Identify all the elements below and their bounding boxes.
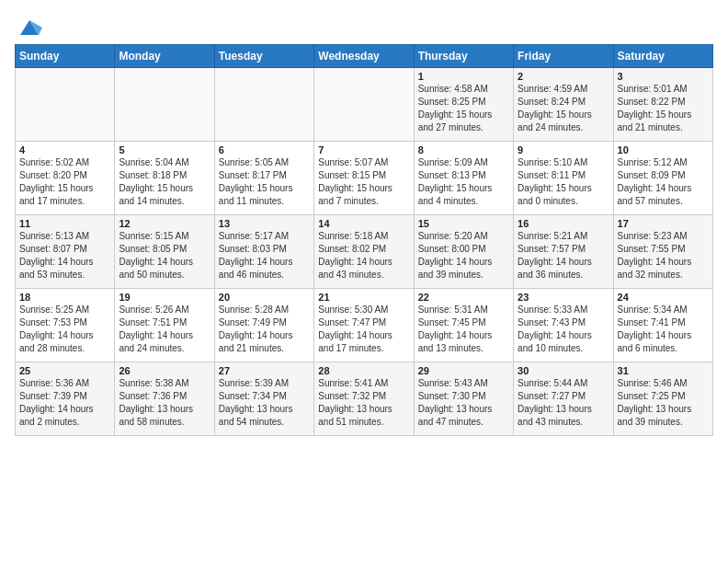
day-info: Sunrise: 5:25 AMSunset: 7:53 PMDaylight:… [19, 304, 110, 355]
day-number: 12 [119, 218, 210, 229]
day-number: 29 [418, 365, 509, 376]
day-number: 27 [219, 365, 310, 376]
day-number: 26 [119, 365, 210, 376]
calendar-cell [214, 68, 313, 142]
calendar-cell: 20Sunrise: 5:28 AMSunset: 7:49 PMDayligh… [214, 289, 313, 362]
calendar-cell: 17Sunrise: 5:23 AMSunset: 7:55 PMDayligh… [613, 215, 712, 289]
logo-icon [17, 15, 42, 40]
day-info: Sunrise: 5:30 AMSunset: 7:47 PMDaylight:… [318, 304, 409, 355]
day-info: Sunrise: 5:26 AMSunset: 7:51 PMDaylight:… [119, 304, 210, 355]
calendar-table: SundayMondayTuesdayWednesdayThursdayFrid… [15, 44, 713, 436]
header-cell-saturday: Saturday [613, 45, 712, 68]
header-cell-tuesday: Tuesday [214, 45, 313, 68]
day-info: Sunrise: 5:39 AMSunset: 7:34 PMDaylight:… [219, 377, 310, 429]
calendar-cell: 10Sunrise: 5:12 AMSunset: 8:09 PMDayligh… [613, 142, 712, 215]
calendar-cell: 22Sunrise: 5:31 AMSunset: 7:45 PMDayligh… [414, 289, 513, 362]
day-number: 17 [618, 218, 709, 229]
calendar-cell: 14Sunrise: 5:18 AMSunset: 8:02 PMDayligh… [314, 215, 414, 289]
calendar-cell: 16Sunrise: 5:21 AMSunset: 7:57 PMDayligh… [514, 215, 613, 289]
day-number: 14 [318, 218, 409, 229]
calendar-week-3: 11Sunrise: 5:13 AMSunset: 8:07 PMDayligh… [16, 215, 713, 289]
header-cell-thursday: Thursday [414, 45, 513, 68]
calendar-cell: 29Sunrise: 5:43 AMSunset: 7:30 PMDayligh… [414, 362, 513, 436]
day-info: Sunrise: 5:04 AMSunset: 8:18 PMDaylight:… [119, 156, 210, 208]
header-cell-wednesday: Wednesday [314, 45, 414, 68]
day-number: 21 [318, 292, 409, 303]
day-info: Sunrise: 5:41 AMSunset: 7:32 PMDaylight:… [318, 377, 409, 429]
calendar-week-5: 25Sunrise: 5:36 AMSunset: 7:39 PMDayligh… [16, 362, 713, 436]
calendar-cell: 11Sunrise: 5:13 AMSunset: 8:07 PMDayligh… [16, 215, 115, 289]
day-info: Sunrise: 5:20 AMSunset: 8:00 PMDaylight:… [418, 230, 509, 282]
day-info: Sunrise: 5:02 AMSunset: 8:20 PMDaylight:… [19, 156, 110, 208]
day-number: 18 [19, 292, 110, 303]
day-info: Sunrise: 5:46 AMSunset: 7:25 PMDaylight:… [618, 377, 709, 429]
day-number: 30 [518, 365, 609, 376]
day-number: 9 [518, 144, 609, 155]
header-cell-friday: Friday [514, 45, 613, 68]
day-number: 15 [418, 218, 509, 229]
day-info: Sunrise: 5:43 AMSunset: 7:30 PMDaylight:… [418, 377, 509, 429]
day-info: Sunrise: 5:13 AMSunset: 8:07 PMDaylight:… [19, 230, 110, 282]
day-info: Sunrise: 5:44 AMSunset: 7:27 PMDaylight:… [518, 377, 609, 429]
day-info: Sunrise: 5:10 AMSunset: 8:11 PMDaylight:… [518, 156, 609, 208]
day-info: Sunrise: 5:31 AMSunset: 7:45 PMDaylight:… [418, 304, 509, 355]
page: SundayMondayTuesdayWednesdayThursdayFrid… [0, 0, 728, 563]
calendar-cell: 25Sunrise: 5:36 AMSunset: 7:39 PMDayligh… [16, 362, 115, 436]
day-info: Sunrise: 5:12 AMSunset: 8:09 PMDaylight:… [618, 156, 709, 208]
calendar-cell: 23Sunrise: 5:33 AMSunset: 7:43 PMDayligh… [514, 289, 613, 362]
day-info: Sunrise: 5:28 AMSunset: 7:49 PMDaylight:… [219, 304, 310, 355]
calendar-cell: 1Sunrise: 4:58 AMSunset: 8:25 PMDaylight… [414, 68, 513, 142]
day-info: Sunrise: 5:17 AMSunset: 8:03 PMDaylight:… [219, 230, 310, 282]
header [15, 9, 713, 40]
day-info: Sunrise: 5:01 AMSunset: 8:22 PMDaylight:… [618, 83, 709, 134]
day-info: Sunrise: 5:05 AMSunset: 8:17 PMDaylight:… [219, 156, 310, 208]
calendar-cell [16, 68, 115, 142]
day-number: 28 [318, 365, 409, 376]
day-info: Sunrise: 5:34 AMSunset: 7:41 PMDaylight:… [618, 304, 709, 355]
day-info: Sunrise: 5:21 AMSunset: 7:57 PMDaylight:… [518, 230, 609, 282]
calendar-cell: 5Sunrise: 5:04 AMSunset: 8:18 PMDaylight… [115, 142, 214, 215]
day-number: 13 [219, 218, 310, 229]
day-number: 10 [618, 144, 709, 155]
header-cell-monday: Monday [115, 45, 214, 68]
calendar-cell: 13Sunrise: 5:17 AMSunset: 8:03 PMDayligh… [214, 215, 313, 289]
calendar-cell: 21Sunrise: 5:30 AMSunset: 7:47 PMDayligh… [314, 289, 414, 362]
header-row: SundayMondayTuesdayWednesdayThursdayFrid… [16, 45, 713, 68]
day-info: Sunrise: 5:07 AMSunset: 8:15 PMDaylight:… [318, 156, 409, 208]
calendar-cell: 27Sunrise: 5:39 AMSunset: 7:34 PMDayligh… [214, 362, 313, 436]
day-info: Sunrise: 5:18 AMSunset: 8:02 PMDaylight:… [318, 230, 409, 282]
day-info: Sunrise: 5:36 AMSunset: 7:39 PMDaylight:… [19, 377, 110, 429]
day-info: Sunrise: 5:15 AMSunset: 8:05 PMDaylight:… [119, 230, 210, 282]
calendar-cell: 8Sunrise: 5:09 AMSunset: 8:13 PMDaylight… [414, 142, 513, 215]
day-number: 3 [618, 71, 709, 82]
calendar-week-4: 18Sunrise: 5:25 AMSunset: 7:53 PMDayligh… [16, 289, 713, 362]
calendar-cell: 6Sunrise: 5:05 AMSunset: 8:17 PMDaylight… [214, 142, 313, 215]
day-info: Sunrise: 4:58 AMSunset: 8:25 PMDaylight:… [418, 83, 509, 134]
calendar-week-2: 4Sunrise: 5:02 AMSunset: 8:20 PMDaylight… [16, 142, 713, 215]
day-number: 31 [618, 365, 709, 376]
logo [15, 15, 42, 40]
day-info: Sunrise: 5:09 AMSunset: 8:13 PMDaylight:… [418, 156, 509, 208]
day-number: 22 [418, 292, 509, 303]
calendar-cell: 3Sunrise: 5:01 AMSunset: 8:22 PMDaylight… [613, 68, 712, 142]
calendar-cell [314, 68, 414, 142]
day-number: 19 [119, 292, 210, 303]
day-number: 16 [518, 218, 609, 229]
calendar-cell: 26Sunrise: 5:38 AMSunset: 7:36 PMDayligh… [115, 362, 214, 436]
calendar-cell [115, 68, 214, 142]
day-number: 23 [518, 292, 609, 303]
day-info: Sunrise: 5:23 AMSunset: 7:55 PMDaylight:… [618, 230, 709, 282]
day-number: 24 [618, 292, 709, 303]
calendar-cell: 2Sunrise: 4:59 AMSunset: 8:24 PMDaylight… [514, 68, 613, 142]
day-info: Sunrise: 5:33 AMSunset: 7:43 PMDaylight:… [518, 304, 609, 355]
calendar-cell: 31Sunrise: 5:46 AMSunset: 7:25 PMDayligh… [613, 362, 712, 436]
day-number: 2 [518, 71, 609, 82]
calendar-cell: 9Sunrise: 5:10 AMSunset: 8:11 PMDaylight… [514, 142, 613, 215]
calendar-week-1: 1Sunrise: 4:58 AMSunset: 8:25 PMDaylight… [16, 68, 713, 142]
calendar-cell: 15Sunrise: 5:20 AMSunset: 8:00 PMDayligh… [414, 215, 513, 289]
calendar-cell: 4Sunrise: 5:02 AMSunset: 8:20 PMDaylight… [16, 142, 115, 215]
calendar-cell: 18Sunrise: 5:25 AMSunset: 7:53 PMDayligh… [16, 289, 115, 362]
day-number: 1 [418, 71, 509, 82]
day-number: 6 [219, 144, 310, 155]
calendar-cell: 28Sunrise: 5:41 AMSunset: 7:32 PMDayligh… [314, 362, 414, 436]
